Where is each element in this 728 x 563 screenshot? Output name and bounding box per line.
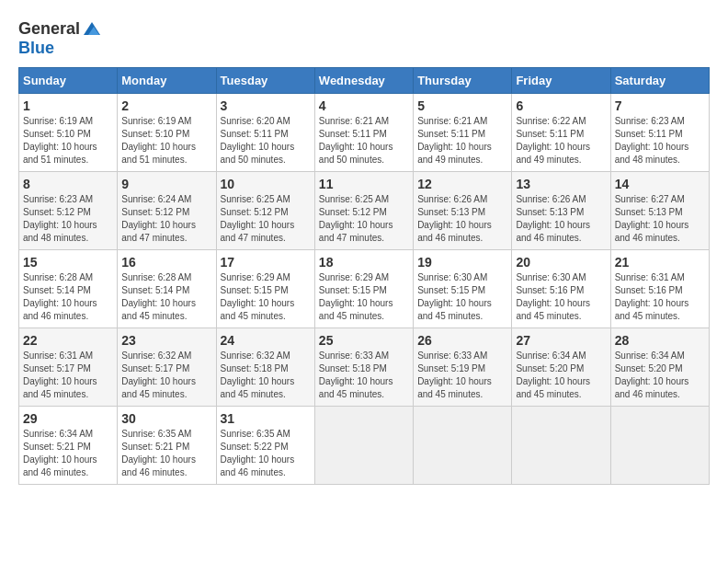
day-info: Sunrise: 6:31 AMSunset: 5:17 PMDaylight:… [23,350,113,401]
col-sunday: Sunday [19,68,118,94]
col-monday: Monday [118,68,216,94]
day-number: 11 [319,177,409,191]
table-cell: 5Sunrise: 6:21 AMSunset: 5:11 PMDaylight… [414,94,512,172]
day-info: Sunrise: 6:27 AMSunset: 5:13 PMDaylight:… [615,193,705,245]
week-row-3: 15Sunrise: 6:28 AMSunset: 5:14 PMDayligh… [19,250,710,328]
day-info: Sunrise: 6:29 AMSunset: 5:15 PMDaylight:… [221,271,311,323]
table-cell [314,407,413,485]
day-info: Sunrise: 6:35 AMSunset: 5:22 PMDaylight:… [221,428,311,479]
table-cell: 2Sunrise: 6:19 AMSunset: 5:10 PMDaylight… [118,94,216,172]
table-cell: 20Sunrise: 6:30 AMSunset: 5:16 PMDayligh… [512,250,610,328]
day-number: 31 [221,411,311,426]
day-info: Sunrise: 6:34 AMSunset: 5:20 PMDaylight:… [516,350,606,401]
day-info: Sunrise: 6:22 AMSunset: 5:11 PMDaylight:… [516,115,606,167]
day-number: 30 [121,411,211,426]
col-thursday: Thursday [414,68,512,94]
logo-general-line: General [18,18,102,39]
day-info: Sunrise: 6:21 AMSunset: 5:11 PMDaylight:… [417,115,507,167]
table-cell: 31Sunrise: 6:35 AMSunset: 5:22 PMDayligh… [216,407,314,485]
day-number: 3 [221,98,311,113]
week-row-4: 22Sunrise: 6:31 AMSunset: 5:17 PMDayligh… [19,328,710,407]
day-number: 7 [615,98,705,113]
table-cell [610,407,709,485]
table-cell: 12Sunrise: 6:26 AMSunset: 5:13 PMDayligh… [414,172,512,250]
day-number: 16 [121,255,211,270]
page-container: General Blue Sunday Monday Tuesday [18,18,710,485]
table-cell: 15Sunrise: 6:28 AMSunset: 5:14 PMDayligh… [19,250,118,328]
col-saturday: Saturday [610,68,709,94]
day-number: 12 [417,177,507,191]
day-info: Sunrise: 6:20 AMSunset: 5:11 PMDaylight:… [221,115,311,167]
table-cell: 17Sunrise: 6:29 AMSunset: 5:15 PMDayligh… [216,250,314,328]
table-cell: 28Sunrise: 6:34 AMSunset: 5:20 PMDayligh… [610,328,709,407]
day-number: 4 [319,98,409,113]
day-number: 25 [319,333,409,348]
day-info: Sunrise: 6:34 AMSunset: 5:20 PMDaylight:… [615,350,705,401]
week-row-2: 8Sunrise: 6:23 AMSunset: 5:12 PMDaylight… [19,172,710,250]
day-number: 20 [516,255,606,270]
day-number: 24 [221,333,311,348]
day-number: 8 [23,177,113,191]
day-info: Sunrise: 6:30 AMSunset: 5:16 PMDaylight:… [516,271,606,323]
day-info: Sunrise: 6:31 AMSunset: 5:16 PMDaylight:… [615,271,705,323]
table-cell: 10Sunrise: 6:25 AMSunset: 5:12 PMDayligh… [216,172,314,250]
day-number: 14 [615,177,705,191]
col-wednesday: Wednesday [314,68,413,94]
day-info: Sunrise: 6:30 AMSunset: 5:15 PMDaylight:… [417,271,507,323]
day-number: 19 [417,255,507,270]
week-row-5: 29Sunrise: 6:34 AMSunset: 5:21 PMDayligh… [19,407,710,485]
table-cell: 13Sunrise: 6:26 AMSunset: 5:13 PMDayligh… [512,172,610,250]
logo-blue: Blue [18,39,54,57]
day-info: Sunrise: 6:26 AMSunset: 5:13 PMDaylight:… [516,193,606,245]
day-info: Sunrise: 6:23 AMSunset: 5:11 PMDaylight:… [615,115,705,167]
day-number: 10 [221,177,311,191]
table-cell: 14Sunrise: 6:27 AMSunset: 5:13 PMDayligh… [610,172,709,250]
day-number: 21 [615,255,705,270]
day-info: Sunrise: 6:28 AMSunset: 5:14 PMDaylight:… [23,271,113,323]
table-cell: 16Sunrise: 6:28 AMSunset: 5:14 PMDayligh… [118,250,216,328]
day-info: Sunrise: 6:35 AMSunset: 5:21 PMDaylight:… [121,428,211,479]
col-tuesday: Tuesday [216,68,314,94]
day-number: 23 [121,333,211,348]
table-cell: 25Sunrise: 6:33 AMSunset: 5:18 PMDayligh… [314,328,413,407]
day-number: 13 [516,177,606,191]
day-info: Sunrise: 6:32 AMSunset: 5:18 PMDaylight:… [221,350,311,401]
day-info: Sunrise: 6:29 AMSunset: 5:15 PMDaylight:… [319,271,409,323]
day-number: 29 [23,411,113,426]
table-cell: 19Sunrise: 6:30 AMSunset: 5:15 PMDayligh… [414,250,512,328]
table-cell: 27Sunrise: 6:34 AMSunset: 5:20 PMDayligh… [512,328,610,407]
day-number: 18 [319,255,409,270]
day-number: 15 [23,255,113,270]
logo-text: General Blue [18,18,102,58]
day-info: Sunrise: 6:21 AMSunset: 5:11 PMDaylight:… [319,115,409,167]
day-number: 17 [221,255,311,270]
table-cell: 29Sunrise: 6:34 AMSunset: 5:21 PMDayligh… [19,407,118,485]
col-friday: Friday [512,68,610,94]
table-cell: 7Sunrise: 6:23 AMSunset: 5:11 PMDaylight… [610,94,709,172]
table-cell: 1Sunrise: 6:19 AMSunset: 5:10 PMDaylight… [19,94,118,172]
table-cell [414,407,512,485]
header-row: Sunday Monday Tuesday Wednesday Thursday… [19,68,710,94]
day-number: 6 [516,98,606,113]
table-cell: 21Sunrise: 6:31 AMSunset: 5:16 PMDayligh… [610,250,709,328]
logo-blue-line: Blue [18,39,102,58]
day-info: Sunrise: 6:19 AMSunset: 5:10 PMDaylight:… [23,115,113,167]
table-cell: 6Sunrise: 6:22 AMSunset: 5:11 PMDaylight… [512,94,610,172]
header: General Blue [18,18,710,58]
day-info: Sunrise: 6:19 AMSunset: 5:10 PMDaylight:… [121,115,211,167]
table-cell: 30Sunrise: 6:35 AMSunset: 5:21 PMDayligh… [118,407,216,485]
table-cell: 24Sunrise: 6:32 AMSunset: 5:18 PMDayligh… [216,328,314,407]
table-cell: 3Sunrise: 6:20 AMSunset: 5:11 PMDaylight… [216,94,314,172]
day-info: Sunrise: 6:26 AMSunset: 5:13 PMDaylight:… [417,193,507,245]
table-cell: 26Sunrise: 6:33 AMSunset: 5:19 PMDayligh… [414,328,512,407]
day-number: 2 [121,98,211,113]
table-cell: 22Sunrise: 6:31 AMSunset: 5:17 PMDayligh… [19,328,118,407]
table-cell [512,407,610,485]
day-info: Sunrise: 6:25 AMSunset: 5:12 PMDaylight:… [221,193,311,245]
day-number: 1 [23,98,113,113]
day-info: Sunrise: 6:32 AMSunset: 5:17 PMDaylight:… [121,350,211,401]
table-cell: 8Sunrise: 6:23 AMSunset: 5:12 PMDaylight… [19,172,118,250]
logo: General Blue [18,18,102,58]
table-cell: 9Sunrise: 6:24 AMSunset: 5:12 PMDaylight… [118,172,216,250]
day-number: 22 [23,333,113,348]
